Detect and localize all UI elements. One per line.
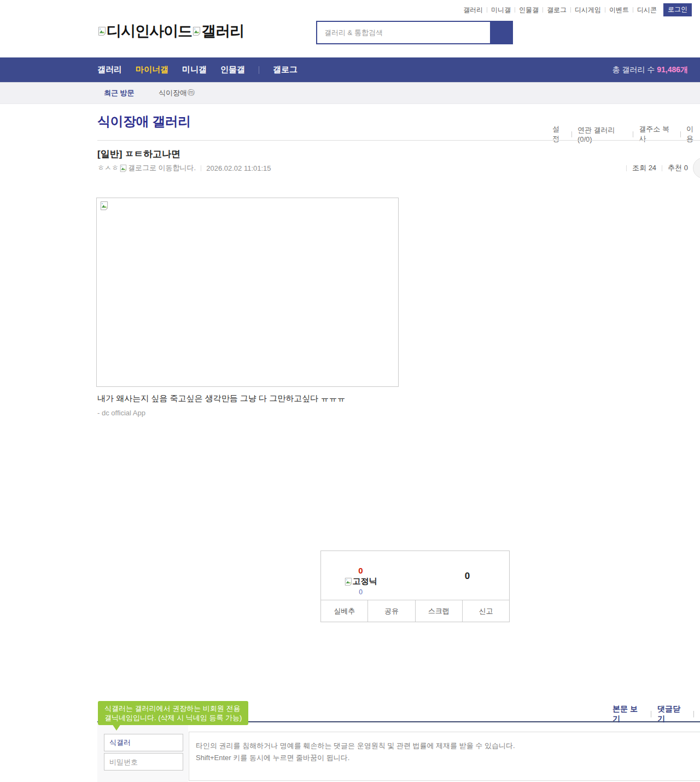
dc-app-signature: - dc official App: [97, 409, 145, 417]
gallery-settings-link[interactable]: 설정: [552, 124, 566, 144]
recommend-count: 추천 0: [668, 163, 688, 173]
main-navigation: 갤러리 마이너갤 미니갤 인물갤 갤로그 총 갤러리 수 91,486개: [0, 57, 700, 82]
site-logo[interactable]: 디시인사이드 갤러리: [97, 23, 244, 39]
post-image-placeholder: [96, 198, 399, 387]
total-gallery-count-value: 91,486개: [657, 65, 688, 74]
post-author[interactable]: ㅎㅅㅎ: [97, 163, 119, 173]
topbar-link-persongall[interactable]: 인물갤: [519, 5, 539, 15]
post-title-text: ㅍㅌ하고나면: [125, 149, 180, 159]
divider: [662, 165, 662, 171]
vote-box: 0 고정닉 0 0 실베추 공유 스크랩 신고: [320, 551, 510, 622]
share-button[interactable]: 공유: [368, 600, 415, 622]
usage-guide-link-clipped[interactable]: 이용: [686, 124, 700, 144]
post-category: [일반]: [97, 149, 122, 159]
gallery-title: 식이장애 갤러리: [97, 113, 191, 130]
dcinside-gallery-post-page: { "topbar": { "links": ["갤러리", "미니갤", "인…: [0, 0, 700, 782]
search-button[interactable]: [490, 22, 512, 43]
view-count: 조회 24: [632, 163, 656, 173]
comment-count-button-clipped[interactable]: [693, 158, 700, 178]
comment-notice-line-2: Shift+Enter 키를 동시에 누르면 줄바꿈이 됩니다.: [196, 752, 700, 764]
breadcrumb-recent-label: 최근 방문: [104, 82, 135, 103]
comment-notice-line-1: 타인의 권리를 침해하거나 명예를 훼손하는 댓글은 운영원칙 및 관련 법률에…: [196, 740, 700, 752]
scrap-button[interactable]: 스크랩: [415, 600, 462, 622]
upvote-count: 0: [332, 566, 389, 575]
gallery-utility-links: 설정 연관 갤러리(0/0) 갤주소 복사 이용: [552, 124, 700, 144]
divider: [680, 131, 681, 137]
report-button[interactable]: 신고: [462, 600, 509, 622]
search-box: [316, 21, 513, 44]
nav-item-minorgall-active[interactable]: 마이너갤: [136, 65, 168, 75]
comment-form-left-panel: [97, 722, 188, 782]
fixed-nickname-label: 고정닉: [353, 576, 377, 587]
comment-password-input[interactable]: [104, 753, 183, 771]
broken-image-icon: [100, 201, 108, 211]
copy-gallery-url-link[interactable]: 갤주소 복사: [639, 124, 675, 144]
post-meta-counts: 조회 24 추천 0: [621, 163, 699, 173]
downvote-count: 0: [444, 571, 491, 582]
broken-image-icon: [120, 164, 127, 172]
silbechu-button[interactable]: 실베추: [321, 600, 368, 622]
divider: [626, 165, 627, 171]
divider: [571, 131, 572, 137]
vote-button-row: 실베추 공유 스크랩 신고: [321, 600, 509, 622]
comment-nickname-input[interactable]: [104, 734, 183, 751]
broken-image-icon: [98, 26, 106, 36]
logo-text-dcinside: 디시인사이드: [107, 23, 192, 39]
fixed-nickname-count: 0: [332, 588, 389, 596]
topbar-link-gallery[interactable]: 갤러리: [463, 5, 483, 15]
divider: [570, 7, 571, 13]
comment-textarea[interactable]: 타인의 권리를 침해하거나 명예를 훼손하는 댓글은 운영원칙 및 관련 법률에…: [189, 732, 700, 781]
divider: [633, 7, 633, 13]
tooltip-arrow: [112, 724, 121, 731]
view-post-link[interactable]: 본문 보기: [612, 704, 645, 724]
top-utility-bar: 갤러리 미니갤 인물갤 갤로그 디시게임 이벤트 디시콘 로그인: [463, 4, 692, 16]
total-gallery-count: 총 갤러리 수 91,486개: [612, 57, 689, 82]
topbar-link-dccon[interactable]: 디시콘: [637, 5, 657, 15]
divider: [515, 7, 515, 13]
topbar-link-event[interactable]: 이벤트: [609, 5, 629, 15]
divider: [487, 7, 487, 13]
divider: [605, 7, 605, 13]
divider: [201, 165, 201, 171]
post-datetime: 2026.02.02 11:01:15: [206, 164, 271, 172]
nickname-tooltip: 식갤러는 갤러리에서 권장하는 비회원 전용 갤닉네임입니다. (삭제 시 닉네…: [98, 701, 248, 725]
nav-item-minigall[interactable]: 미니갤: [182, 65, 207, 75]
divider: [97, 140, 700, 141]
post-title: [일반] ㅍㅌ하고나면: [97, 148, 180, 160]
logo-text-gallery: 갤러리: [201, 23, 244, 39]
minor-gallery-badge-icon: ⓜ: [188, 89, 195, 97]
divider: [259, 66, 259, 74]
tooltip-line-2: 갤닉네임입니다. (삭제 시 닉네임 등록 가능): [104, 713, 242, 722]
divider: [542, 7, 543, 13]
topbar-link-minigall[interactable]: 미니갤: [491, 5, 511, 15]
fixed-nickname-badge[interactable]: 고정닉: [332, 576, 389, 587]
login-button[interactable]: 로그인: [663, 3, 692, 16]
divider: [693, 711, 694, 717]
topbar-link-gallog[interactable]: 갤로그: [547, 5, 567, 15]
post-body-text: 내가 왜사는지 싶음 죽고싶은 생각만듬 그냥 다 그만하고싶다 ㅠㅠㅠ: [97, 393, 345, 404]
comment-header-links: 본문 보기 댓글닫기: [612, 709, 700, 719]
nav-item-gallery[interactable]: 갤러리: [97, 65, 122, 75]
close-comments-link[interactable]: 댓글닫기: [657, 704, 687, 724]
search-input[interactable]: [317, 22, 490, 43]
nav-item-gallog[interactable]: 갤로그: [273, 65, 298, 75]
broken-image-icon: [192, 26, 201, 36]
gallog-move-text[interactable]: 갤로그로 이동합니다.: [128, 163, 196, 173]
divider: [633, 131, 633, 137]
nav-item-persongall[interactable]: 인물갤: [220, 65, 245, 75]
post-meta: ㅎㅅㅎ 갤로그로 이동합니다. 2026.02.02 11:01:15: [97, 163, 271, 173]
topbar-link-dcgame[interactable]: 디시게임: [575, 5, 601, 15]
breadcrumb-gallery-link[interactable]: 식이장애ⓜ: [159, 82, 195, 103]
divider: [651, 711, 651, 717]
tooltip-line-1: 식갤러는 갤러리에서 권장하는 비회원 전용: [104, 704, 242, 713]
broken-image-icon: [345, 577, 352, 586]
